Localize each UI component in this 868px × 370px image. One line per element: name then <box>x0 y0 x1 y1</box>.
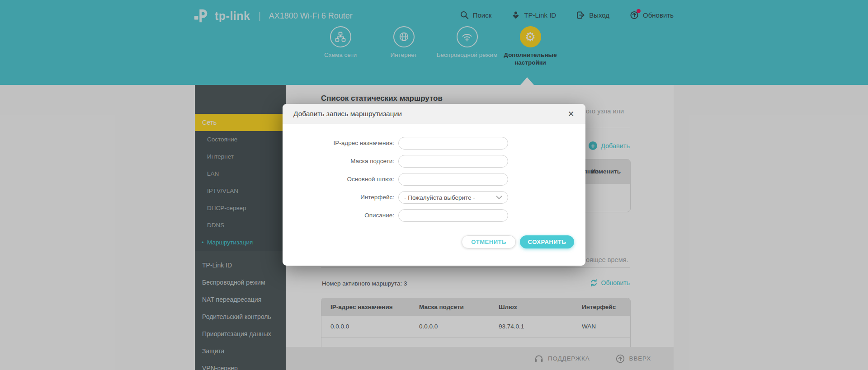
gateway-label: Основной шлюз: <box>283 173 394 186</box>
modal-title: Добавить запись маршрутизации <box>293 104 402 124</box>
router-admin-page: tp-link | AX1800 Wi-Fi 6 Router Поиск TP… <box>0 0 868 370</box>
description-field[interactable] <box>398 209 508 222</box>
interface-label: Интерфейс: <box>283 191 394 204</box>
add-route-modal: Добавить запись маршрутизации ✕ IP-адрес… <box>283 104 585 266</box>
modal-form: IP-адрес назначения: Маска подсети: Осно… <box>283 137 585 227</box>
subnet-mask-label: Маска подсети: <box>283 155 394 168</box>
subnet-mask-field[interactable] <box>398 155 508 168</box>
form-row-dest-ip: IP-адрес назначения: <box>283 137 585 150</box>
cancel-button[interactable]: ОТМЕНИТЬ <box>462 235 516 248</box>
chevron-down-icon <box>496 196 502 200</box>
close-icon[interactable]: ✕ <box>566 109 576 118</box>
dest-ip-label: IP-адрес назначения: <box>283 137 394 150</box>
modal-header: Добавить запись маршрутизации ✕ <box>283 104 585 124</box>
form-row-gateway: Основной шлюз: <box>283 173 585 186</box>
form-row-subnet-mask: Маска подсети: <box>283 155 585 168</box>
gateway-field[interactable] <box>398 173 508 186</box>
dest-ip-field[interactable] <box>398 137 508 150</box>
interface-select[interactable]: - Пожалуйста выберите - <box>398 191 508 204</box>
interface-select-value: - Пожалуйста выберите - <box>404 194 475 201</box>
form-row-interface: Интерфейс: - Пожалуйста выберите - <box>283 191 585 204</box>
form-row-description: Описание: <box>283 209 585 222</box>
description-label: Описание: <box>283 209 394 222</box>
modal-buttons: ОТМЕНИТЬ СОХРАНИТЬ <box>462 235 574 248</box>
save-button[interactable]: СОХРАНИТЬ <box>520 235 574 248</box>
